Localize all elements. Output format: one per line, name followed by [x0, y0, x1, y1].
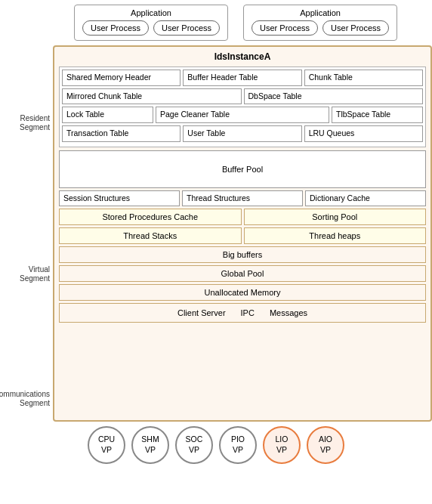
resident-segment-label: Resident Segment — [0, 74, 53, 172]
process-oval-2: User Process — [153, 20, 220, 36]
comm-messages: Messages — [270, 308, 307, 317]
comm-ipc: IPC — [241, 308, 255, 317]
cell-page-cleaner-table: Page Cleaner Table — [156, 107, 329, 123]
buffer-pool-box: Buffer Pool — [59, 150, 426, 188]
vp-cpu: CPU VP — [88, 426, 125, 464]
cell-thread-structures: Thread Structures — [182, 190, 303, 207]
cell-stored-procedures: Stored Procedures Cache — [59, 209, 242, 225]
row-5: Session Structures Thread Structures Dic… — [59, 190, 426, 207]
big-buffers-label: Big buffers — [223, 250, 262, 259]
vp-shm: SHM VP — [131, 426, 169, 464]
row-big-buffers: Big buffers — [59, 246, 426, 263]
process-oval-1: User Process — [82, 20, 149, 36]
vp-soc: SOC VP — [175, 426, 213, 464]
app-title-left: Application — [82, 8, 220, 17]
cell-transaction-table: Transaction Table — [62, 125, 181, 142]
ids-instance-box: IdsInstanceA Shared Memory Header Buffer… — [53, 45, 432, 422]
cell-session-structures: Session Structures — [59, 190, 180, 207]
cell-tlbspace-table: TlbSpace Table — [332, 107, 423, 123]
vp-lio: LIO VP — [263, 426, 301, 464]
process-oval-4: User Process — [322, 20, 389, 36]
cell-sorting-pool: Sorting Pool — [244, 209, 427, 225]
comm-client-server: Client Server — [177, 308, 226, 317]
app-processes-right: User Process User Process — [251, 20, 389, 36]
communications-segment-label: Communications Segment — [0, 376, 53, 422]
unallocated-memory-label: Unallocated Memory — [205, 288, 281, 297]
row-unallocated-memory: Unallocated Memory — [59, 284, 426, 301]
cell-dbspace-table: DbSpace Table — [244, 88, 424, 105]
cell-shared-memory-header: Shared Memory Header — [62, 70, 181, 86]
app-box-right: Application User Process User Process — [243, 5, 397, 41]
virtual-segment-label: Virtual Segment — [0, 172, 53, 376]
app-box-left: Application User Process User Process — [74, 5, 228, 41]
cell-thread-stacks: Thread Stacks — [59, 227, 242, 244]
resident-area: Shared Memory Header Buffer Header Table… — [59, 66, 426, 147]
comm-box: Client Server IPC Messages — [59, 303, 426, 323]
app-title-right: Application — [251, 8, 389, 17]
row-3: Lock Table Page Cleaner Table TlbSpace T… — [62, 107, 423, 123]
row-2: Mirrored Chunk Table DbSpace Table — [62, 88, 423, 105]
main-wrapper: Resident Segment Virtual Segment Communi… — [0, 45, 432, 422]
top-section: Application User Process User Process Ap… — [0, 0, 432, 45]
global-pool-label: Global Pool — [221, 269, 264, 278]
row-4: Transaction Table User Table LRU Queues — [62, 125, 423, 142]
cell-chunk-table: Chunk Table — [304, 70, 423, 86]
ids-instance-title: IdsInstanceA — [59, 51, 426, 62]
cell-buffer-header-table: Buffer Header Table — [183, 70, 301, 86]
vp-row: CPU VP SHM VP SOC VP PIO VP LIO VP AIO V… — [0, 422, 432, 467]
vp-pio: PIO VP — [219, 426, 257, 464]
cell-lru-queues: LRU Queues — [304, 125, 423, 142]
process-oval-3: User Process — [251, 20, 318, 36]
cell-lock-table: Lock Table — [62, 107, 153, 123]
cell-thread-heaps: Thread heaps — [244, 227, 427, 244]
row-1: Shared Memory Header Buffer Header Table… — [62, 70, 423, 86]
row-7: Thread Stacks Thread heaps — [59, 227, 426, 244]
cell-mirrored-chunk-table: Mirrored Chunk Table — [62, 88, 242, 105]
cell-dictionary-cache: Dictionary Cache — [305, 190, 426, 207]
cell-user-table: User Table — [183, 125, 301, 142]
buffer-pool-label: Buffer Pool — [222, 165, 263, 174]
app-processes-left: User Process User Process — [82, 20, 220, 36]
row-6: Stored Procedures Cache Sorting Pool — [59, 209, 426, 225]
row-global-pool: Global Pool — [59, 265, 426, 282]
vp-aio: AIO VP — [307, 426, 344, 464]
left-labels: Resident Segment Virtual Segment Communi… — [0, 45, 53, 422]
